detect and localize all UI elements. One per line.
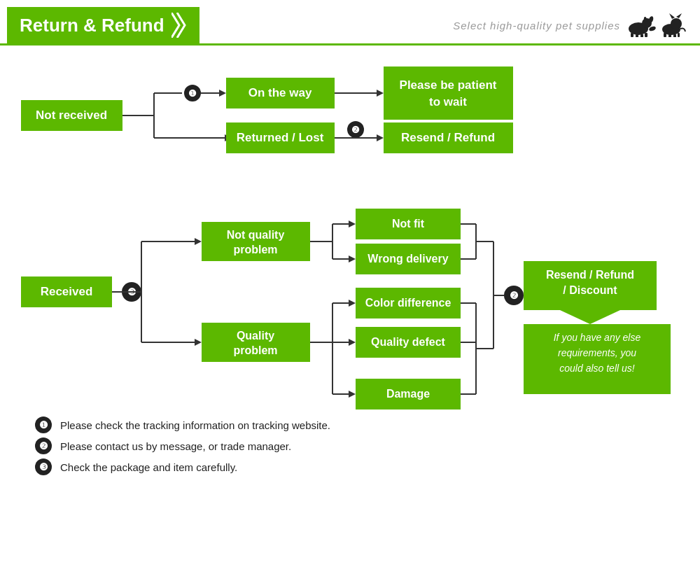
svg-marker-29 [377, 90, 384, 97]
svg-marker-79 [349, 300, 356, 307]
svg-text:Please be patient: Please be patient [400, 78, 497, 92]
svg-text:Received: Received [41, 285, 93, 298]
svg-text:❶: ❶ [188, 88, 197, 99]
svg-text:Quality defect: Quality defect [371, 336, 445, 348]
legend-badge-1: ❶ [35, 416, 52, 433]
header-right: Select high-quality pet supplies [453, 13, 686, 37]
svg-marker-52 [195, 238, 202, 245]
legend-text-2: Please contact us by message, or trade m… [60, 440, 291, 452]
svg-text:could also tell us!: could also tell us! [559, 363, 635, 374]
legend-item-3: ❸ Check the package and item carefully. [35, 458, 700, 475]
svg-text:If you have any else: If you have any else [554, 332, 641, 343]
svg-text:❷: ❷ [510, 290, 519, 301]
dog-icon [626, 13, 657, 37]
svg-text:On the way: On the way [248, 86, 312, 99]
svg-text:problem: problem [233, 344, 277, 356]
page-header: Return & Refund Select high-quality pet … [0, 0, 700, 46]
svg-rect-6 [640, 34, 643, 37]
svg-text:Resend / Refund: Resend / Refund [401, 131, 495, 144]
title-box: Return & Refund [7, 7, 200, 43]
tagline: Select high-quality pet supplies [453, 20, 620, 31]
cat-icon [659, 13, 686, 37]
legend-section: ❶ Please check the tracking information … [35, 416, 700, 475]
bottom-diagram: Received ❸ Not quality problem Not fit W… [14, 186, 700, 416]
svg-text:/ Discount: / Discount [563, 284, 617, 296]
svg-marker-12 [676, 13, 682, 18]
svg-marker-41 [377, 134, 384, 141]
svg-marker-63 [349, 255, 356, 262]
legend-text-1: Please check the tracking information on… [60, 419, 330, 431]
pet-icons [626, 13, 686, 37]
svg-text:requirements, you: requirements, you [558, 347, 636, 358]
svg-text:to wait: to wait [429, 95, 467, 108]
top-diagram: Not received ❶ On the way Please be pati… [14, 52, 686, 186]
legend-item-2: ❷ Please contact us by message, or trade… [35, 438, 700, 454]
legend-item-1: ❶ Please check the tracking information … [35, 416, 700, 433]
svg-marker-25 [219, 90, 226, 97]
legend-badge-2: ❷ [35, 438, 52, 454]
svg-rect-4 [631, 33, 634, 37]
svg-rect-13 [664, 33, 666, 37]
page-title: Return & Refund [20, 15, 164, 36]
legend-badge-3: ❸ [35, 458, 52, 475]
svg-text:Not fit: Not fit [392, 218, 425, 230]
svg-text:Damage: Damage [386, 388, 430, 400]
svg-point-10 [671, 18, 682, 29]
svg-marker-59 [349, 220, 356, 227]
svg-rect-15 [673, 34, 676, 37]
zigzag-decoration [172, 13, 187, 38]
svg-rect-14 [668, 34, 671, 37]
svg-text:Not quality: Not quality [227, 229, 285, 241]
svg-rect-16 [678, 33, 680, 37]
svg-marker-83 [349, 339, 356, 346]
svg-rect-7 [645, 33, 648, 37]
svg-text:Resend / Refund: Resend / Refund [546, 269, 634, 281]
svg-marker-102 [560, 310, 620, 324]
svg-text:Not received: Not received [36, 108, 107, 122]
svg-text:Quality: Quality [237, 330, 274, 342]
svg-rect-30 [384, 66, 513, 120]
svg-text:problem: problem [233, 244, 277, 255]
svg-marker-11 [669, 13, 675, 19]
svg-rect-5 [636, 34, 638, 37]
svg-marker-72 [195, 339, 202, 346]
svg-text:Wrong delivery: Wrong delivery [368, 253, 448, 265]
svg-marker-87 [349, 391, 356, 398]
svg-text:Color difference: Color difference [365, 297, 451, 309]
legend-text-3: Check the package and item carefully. [60, 461, 237, 473]
svg-text:❷: ❷ [351, 125, 360, 135]
svg-text:Returned / Lost: Returned / Lost [237, 131, 324, 144]
